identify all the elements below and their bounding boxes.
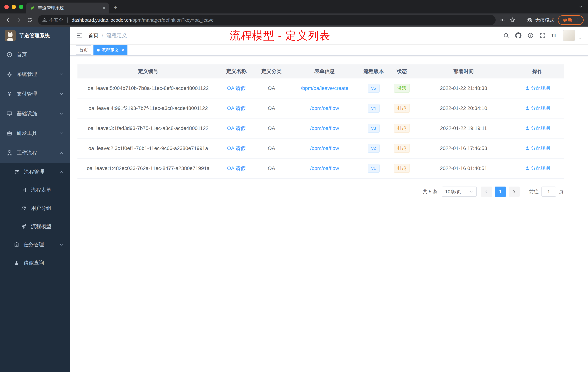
reload-icon[interactable] bbox=[25, 15, 35, 25]
chrome-menu-icon[interactable]: ⋮ bbox=[576, 17, 580, 22]
form-link[interactable]: /bpm/oa/flow bbox=[310, 105, 339, 111]
sidebar-menu: 首页 系统管理 ¥ 支付管理 基础设施 bbox=[0, 45, 70, 372]
status-cell: 挂起 bbox=[387, 138, 416, 158]
definition-id-cell: oa_leave:3:1fad3d93-7b75-11ec-a3c8-acde4… bbox=[77, 118, 219, 138]
zoom-window-button[interactable] bbox=[19, 5, 23, 9]
status-tag: 挂起 bbox=[394, 164, 410, 173]
tag-process-definition[interactable]: 流程定义 × bbox=[94, 45, 127, 55]
definition-name-link[interactable]: OA 请假 bbox=[227, 85, 246, 91]
form-cell: /bpm/oa/flow bbox=[289, 118, 360, 138]
fullscreen-icon[interactable] bbox=[540, 33, 546, 38]
definition-id-cell: oa_leave:2:3c1f0ef1-76b1-11ec-9c66-a2380… bbox=[77, 138, 219, 158]
version-cell: v2 bbox=[360, 138, 387, 158]
user-icon bbox=[525, 146, 530, 151]
tag-label: 首页 bbox=[79, 47, 88, 53]
page-number-button[interactable]: 1 bbox=[495, 186, 506, 197]
sidebar-item-infrastructure[interactable]: 基础设施 bbox=[0, 104, 70, 123]
avatar-caret-icon[interactable] bbox=[578, 37, 582, 40]
forward-icon[interactable] bbox=[14, 15, 24, 25]
status-tag: 挂起 bbox=[394, 104, 410, 113]
sidebar-item-process-management[interactable]: 流程管理 bbox=[0, 163, 70, 181]
sidebar-item-workflow[interactable]: 工作流程 bbox=[0, 143, 70, 163]
assign-rule-link[interactable]: 分配规则 bbox=[525, 165, 550, 171]
breadcrumb-home[interactable]: 首页 bbox=[88, 32, 99, 39]
app-navbar: 首页 / 流程定义 流程模型 - 定义列表 bbox=[70, 27, 588, 45]
sidebar-item-label: 首页 bbox=[17, 51, 27, 58]
document-icon bbox=[21, 187, 27, 193]
sidebar-logo-row[interactable]: 芋道管理系统 bbox=[0, 27, 70, 45]
app-logo-avatar bbox=[5, 30, 16, 41]
update-button[interactable]: 更新 ⋮ bbox=[558, 15, 584, 25]
total-count-label: 共 5 条 bbox=[423, 188, 437, 195]
address-bar[interactable]: 不安全 dashboard.yudao.iocoder.cn/bpm/manag… bbox=[38, 15, 496, 25]
pager: 1 bbox=[481, 186, 520, 197]
version-tag: v5 bbox=[368, 84, 379, 93]
github-icon[interactable] bbox=[515, 33, 521, 39]
security-label[interactable]: 不安全 bbox=[49, 17, 63, 23]
sidebar-item-home[interactable]: 首页 bbox=[0, 45, 70, 65]
version-tag: v2 bbox=[368, 144, 379, 153]
sidebar-item-system[interactable]: 系统管理 bbox=[0, 65, 70, 84]
back-icon[interactable] bbox=[3, 15, 13, 25]
column-header-id: 定义编号 bbox=[77, 65, 219, 78]
sidebar-item-leave-query[interactable]: 请假查询 bbox=[0, 254, 70, 272]
key-icon[interactable] bbox=[500, 17, 506, 23]
next-page-button[interactable] bbox=[509, 186, 520, 197]
form-link[interactable]: /bpm/oa/flow bbox=[310, 165, 339, 171]
sidebar-item-process-form[interactable]: 流程表单 bbox=[0, 181, 70, 199]
hamburger-icon[interactable] bbox=[76, 32, 83, 39]
chevron-down-icon bbox=[59, 111, 64, 116]
sidebar-item-task-management[interactable]: 任务管理 bbox=[0, 236, 70, 254]
assign-rule-link[interactable]: 分配规则 bbox=[525, 125, 550, 131]
assign-rule-link[interactable]: 分配规则 bbox=[525, 85, 550, 91]
tab-close-icon[interactable]: × bbox=[103, 5, 105, 11]
form-link[interactable]: /bpm/oa/leave/create bbox=[301, 85, 348, 91]
goto-page-input[interactable] bbox=[541, 186, 556, 197]
bookmark-star-icon[interactable] bbox=[509, 17, 515, 23]
favicon-icon bbox=[30, 5, 35, 11]
definition-name-link[interactable]: OA 请假 bbox=[227, 145, 246, 151]
new-tab-button[interactable]: + bbox=[114, 4, 117, 11]
page-unit-label: 页 bbox=[559, 188, 564, 195]
tag-close-icon[interactable]: × bbox=[121, 48, 124, 52]
sidebar-item-payment[interactable]: ¥ 支付管理 bbox=[0, 84, 70, 104]
search-icon[interactable] bbox=[503, 33, 509, 38]
omnibox-divider bbox=[67, 17, 68, 22]
tag-home[interactable]: 首页 bbox=[76, 45, 91, 55]
sidebar-item-label: 请假查询 bbox=[24, 259, 44, 266]
browser-tab[interactable]: 芋道管理系统 × bbox=[26, 2, 109, 13]
help-icon[interactable] bbox=[528, 33, 534, 38]
close-window-button[interactable] bbox=[4, 5, 9, 9]
traffic-lights bbox=[4, 5, 23, 9]
user-icon bbox=[525, 86, 530, 90]
form-link[interactable]: /bpm/oa/flow bbox=[310, 125, 339, 131]
assign-rule-link[interactable]: 分配规则 bbox=[525, 105, 550, 111]
definition-name-link[interactable]: OA 请假 bbox=[227, 165, 246, 171]
deploy-time-cell: 2022-01-16 01:40:51 bbox=[416, 158, 511, 178]
form-link[interactable]: /bpm/oa/flow bbox=[310, 145, 339, 151]
actions-cell: 分配规则 bbox=[511, 98, 564, 118]
chevron-down-icon bbox=[59, 242, 64, 247]
sidebar-item-devtools[interactable]: 研发工具 bbox=[0, 123, 70, 143]
definition-name-link[interactable]: OA 请假 bbox=[227, 105, 246, 111]
minimize-window-button[interactable] bbox=[12, 5, 16, 9]
version-cell: v3 bbox=[360, 118, 387, 138]
sidebar-item-process-model[interactable]: 流程模型 bbox=[0, 217, 70, 236]
user-avatar[interactable] bbox=[563, 30, 575, 41]
prev-page-button[interactable] bbox=[481, 186, 492, 197]
breadcrumb: 首页 / 流程定义 bbox=[88, 32, 127, 39]
definition-name-link[interactable]: OA 请假 bbox=[227, 125, 246, 131]
definition-table: 定义编号 定义名称 定义分类 表单信息 流程版本 状态 部署时间 操作 bbox=[77, 65, 564, 178]
status-tag: 激活 bbox=[394, 84, 410, 93]
form-cell: /bpm/oa/flow bbox=[289, 158, 360, 178]
table-row: oa_leave:2:3c1f0ef1-76b1-11ec-9c66-a2380… bbox=[77, 138, 564, 158]
browser-window: 芋道管理系统 × + 不安全 dashboard.yudao.iocoder.c… bbox=[0, 0, 588, 372]
sidebar-item-user-group[interactable]: 用户分组 bbox=[0, 199, 70, 217]
category-cell: OA bbox=[254, 138, 289, 158]
status-cell: 挂起 bbox=[387, 118, 416, 138]
status-tag: 挂起 bbox=[394, 124, 410, 133]
page-size-select[interactable]: 10条/页 bbox=[442, 186, 477, 197]
tab-search-icon[interactable] bbox=[578, 4, 583, 9]
font-size-icon[interactable]: tT bbox=[552, 33, 557, 39]
assign-rule-link[interactable]: 分配规则 bbox=[525, 145, 550, 151]
